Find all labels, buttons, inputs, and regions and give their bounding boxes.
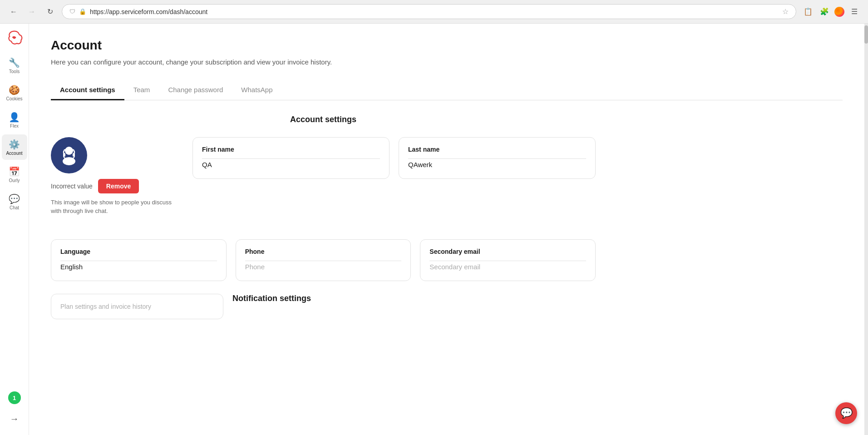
svg-point-0: [65, 147, 73, 155]
phone-input[interactable]: [245, 261, 402, 272]
ourly-icon: 📅: [9, 166, 20, 177]
sidebar-item-flex[interactable]: 👤 Flex: [2, 107, 27, 133]
settings-section: Account settings: [51, 115, 596, 319]
fab-icon: 💬: [840, 407, 853, 419]
avatar: [51, 137, 87, 173]
sidebar-item-cookies-label: Cookies: [6, 96, 22, 101]
browser-actions: 📋 🧩 ☰: [802, 5, 861, 18]
first-name-card: First name: [192, 137, 390, 179]
account-icon: ⚙️: [9, 139, 20, 150]
star-icon[interactable]: ☆: [782, 7, 789, 16]
notification-section-title: Notification settings: [232, 294, 596, 303]
sidebar-item-tools[interactable]: 🔧 Tools: [2, 53, 27, 78]
sidebar-item-flex-label: Flex: [10, 124, 19, 129]
sidebar-item-account-label: Account: [6, 151, 22, 156]
secondary-email-input[interactable]: [429, 261, 586, 272]
shield-icon: 🛡: [69, 8, 75, 15]
address-bar[interactable]: 🛡 🔒 https://app.serviceform.com/dash/acc…: [62, 4, 796, 19]
sidebar-item-ourly[interactable]: 📅 Ourly: [2, 162, 27, 187]
secondary-email-label: Secondary email: [429, 248, 586, 255]
url-text: https://app.serviceform.com/dash/account: [90, 8, 779, 15]
right-scrollbar[interactable]: [864, 24, 868, 435]
forward-button[interactable]: →: [25, 5, 38, 18]
app-container: 🔧 Tools 🍪 Cookies 👤 Flex ⚙️ Account 📅 Ou…: [0, 24, 868, 435]
badge-count: 1: [13, 395, 16, 401]
tabs-bar: Account settings Team Change password Wh…: [51, 80, 843, 100]
first-name-input[interactable]: [202, 159, 380, 170]
tab-team[interactable]: Team: [124, 80, 159, 100]
remove-avatar-button[interactable]: Remove: [98, 179, 139, 193]
flex-icon: 👤: [9, 112, 20, 123]
avatar-actions: Incorrect value Remove: [51, 179, 139, 193]
page-title: Account: [51, 38, 843, 53]
notification-badge[interactable]: 1: [8, 391, 21, 404]
logout-icon: →: [10, 414, 19, 424]
last-name-label: Last name: [408, 146, 586, 153]
secondary-email-card: Secondary email: [420, 239, 596, 281]
incorrect-value-text: Incorrect value: [51, 183, 93, 190]
fab-button[interactable]: 💬: [835, 402, 857, 424]
sidebar-item-ourly-label: Ourly: [9, 178, 20, 183]
plan-card-text: Plan settings and invoice history: [60, 303, 151, 310]
sidebar-item-tools-label: Tools: [9, 69, 20, 74]
menu-icon[interactable]: ☰: [848, 5, 861, 18]
browser-chrome: ← → ↻ 🛡 🔒 https://app.serviceform.com/da…: [0, 0, 868, 24]
sidebar-item-cookies[interactable]: 🍪 Cookies: [2, 80, 27, 105]
back-button[interactable]: ←: [7, 5, 20, 18]
notification-section: Notification settings: [232, 294, 596, 319]
app-logo[interactable]: [6, 29, 23, 45]
firefox-icon: [834, 7, 844, 17]
main-content: Account Here you can configure your acco…: [29, 24, 864, 435]
fields-row2: Language Phone Secondary email: [51, 239, 596, 281]
sidebar-item-account[interactable]: ⚙️ Account: [2, 134, 27, 160]
last-name-input[interactable]: [408, 159, 586, 170]
plan-card[interactable]: Plan settings and invoice history: [51, 294, 223, 319]
tools-icon: 🔧: [9, 57, 20, 68]
avatar-hint: This image will be show to people you di…: [51, 198, 178, 216]
tab-account-settings[interactable]: Account settings: [51, 80, 124, 100]
settings-section-title: Account settings: [51, 115, 596, 124]
last-name-card: Last name: [399, 137, 596, 179]
first-name-label: First name: [202, 146, 380, 153]
sidebar-item-chat-label: Chat: [10, 205, 19, 210]
tab-change-password[interactable]: Change password: [159, 80, 232, 100]
extensions-icon[interactable]: 🧩: [818, 5, 831, 18]
logout-button[interactable]: →: [2, 408, 27, 430]
reload-button[interactable]: ↻: [44, 5, 56, 18]
pocket-icon[interactable]: 📋: [802, 5, 814, 18]
sidebar: 🔧 Tools 🍪 Cookies 👤 Flex ⚙️ Account 📅 Ou…: [0, 24, 29, 435]
page-subtitle: Here you can configure your account, cha…: [51, 57, 843, 68]
phone-card: Phone: [236, 239, 411, 281]
scrollbar-thumb: [864, 25, 868, 44]
language-card: Language: [51, 239, 227, 281]
cookies-icon: 🍪: [9, 84, 20, 95]
tab-whatsapp[interactable]: WhatsApp: [232, 80, 281, 100]
language-input[interactable]: [60, 261, 217, 272]
language-label: Language: [60, 248, 217, 255]
sidebar-item-chat[interactable]: 💬 Chat: [2, 189, 27, 214]
chat-icon: 💬: [9, 193, 20, 204]
phone-label: Phone: [245, 248, 402, 255]
bottom-section: Plan settings and invoice history Notifi…: [51, 294, 596, 319]
lock-icon: 🔒: [79, 8, 86, 15]
avatar-section: Incorrect value Remove This image will b…: [51, 137, 178, 216]
